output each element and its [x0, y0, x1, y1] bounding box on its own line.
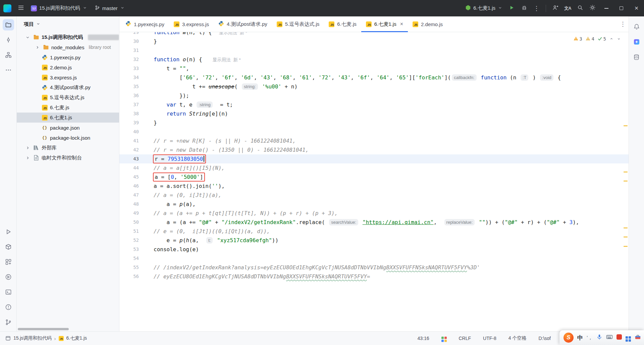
- tree-item[interactable]: JS5.逗号表达式.js: [17, 92, 119, 102]
- tree-item[interactable]: 4.测试post请求.py: [17, 82, 119, 92]
- ime-red-app-icon[interactable]: [616, 334, 622, 341]
- code-line[interactable]: 41// r = +new R[K] - (s || H) - 16612240…: [119, 136, 629, 145]
- editor-tab[interactable]: JS5.逗号表达式.js: [272, 16, 324, 32]
- chevron-right-icon[interactable]: [24, 145, 31, 150]
- editor-tab[interactable]: 1.pyexecjs.py: [121, 16, 169, 32]
- ime-toolbox-icon[interactable]: [635, 334, 641, 342]
- interpreter-path[interactable]: D:\sof: [538, 336, 551, 341]
- services-tool-icon[interactable]: [3, 256, 14, 268]
- indent-setting[interactable]: 4 个空格: [508, 335, 527, 341]
- tree-item[interactable]: 15.js调用和扣代码: [17, 32, 119, 42]
- code-line[interactable]: 34 ['66', '72', '6f', '6d', '43', '68', …: [119, 73, 629, 82]
- breadcrumb-project[interactable]: 15.js调用和扣代码: [13, 335, 52, 341]
- tree-item[interactable]: JS2.demo.js: [17, 62, 119, 72]
- tree-item[interactable]: node_moduleslibrary root: [17, 42, 119, 52]
- project-selector[interactable]: 1J 15.js调用和扣代码: [28, 3, 90, 14]
- code-line[interactable]: 56// eyEzECU8OEd1EhgKCgVcTjNUSA8dDTNbVVI…: [119, 272, 629, 281]
- editor-tab[interactable]: JS6.七麦.js: [324, 16, 361, 32]
- chevron-right-icon[interactable]: [34, 45, 41, 50]
- color-grid-indicator[interactable]: [441, 335, 447, 342]
- code-line[interactable]: 33 t = "",: [119, 64, 629, 73]
- run-configuration-selector[interactable]: 6.七麦1.js: [462, 3, 505, 14]
- chevron-right-icon[interactable]: [24, 155, 31, 160]
- branch-selector[interactable]: master: [92, 3, 128, 14]
- tab-list-menu-icon[interactable]: ⋮: [617, 20, 629, 28]
- typos-count[interactable]: 5: [598, 36, 606, 42]
- code-line[interactable]: 55// /indexV2/getIndexRank?analysis=eyEz…: [119, 263, 629, 272]
- ime-punctuation-toggle[interactable]: ’，: [587, 335, 593, 341]
- code-line[interactable]: 49// a = (a += p + t[qt][T](t[Tt], N)) +…: [119, 209, 629, 218]
- code-line[interactable]: 48 a = p(a),: [119, 200, 629, 209]
- code-line[interactable]: 32function o(n) { 显示用法 新 *: [119, 55, 629, 64]
- next-problem-icon[interactable]: [617, 37, 621, 41]
- translate-button[interactable]: 文A: [561, 3, 574, 14]
- cursor-position[interactable]: 43:16: [417, 336, 429, 341]
- problems-tool-icon[interactable]: [3, 301, 14, 313]
- structure-tool-icon[interactable]: [3, 49, 14, 61]
- warnings-count[interactable]: 3: [574, 36, 582, 42]
- search-everywhere-button[interactable]: [574, 3, 586, 14]
- code-line[interactable]: 35 t += unescape( string: '%u00' + n): [119, 82, 629, 91]
- settings-button[interactable]: [586, 3, 599, 14]
- weak-warnings-count[interactable]: 4: [586, 36, 594, 42]
- project-tool-icon[interactable]: [3, 19, 14, 30]
- line-separator[interactable]: CRLF: [459, 336, 471, 341]
- debug-button[interactable]: [518, 3, 530, 14]
- tree-item[interactable]: {}package-lock.json: [17, 133, 119, 143]
- code-line[interactable]: 46a = a.sort().join(''),: [119, 182, 629, 191]
- code-line[interactable]: 45a = [0, '5000']: [119, 172, 629, 182]
- code-line[interactable]: 40: [119, 127, 629, 136]
- code-line[interactable]: 42// r = new Date() - (1350 || 0) - 1661…: [119, 145, 629, 154]
- tree-item[interactable]: JS3.express.js: [17, 72, 119, 82]
- maximize-button[interactable]: [614, 0, 629, 16]
- code-line[interactable]: 53console.log(e): [119, 245, 629, 254]
- code-line[interactable]: 30}: [119, 37, 629, 46]
- tree-item[interactable]: JS6.七麦1.js: [17, 113, 119, 123]
- more-tools-icon[interactable]: [3, 64, 14, 76]
- editor-tab[interactable]: 4.测试post请求.py: [214, 16, 272, 32]
- close-tab-icon[interactable]: ×: [400, 21, 403, 27]
- previous-problem-icon[interactable]: [609, 37, 613, 41]
- run-button[interactable]: [505, 3, 518, 14]
- warning-stripe-mark[interactable]: [624, 171, 628, 172]
- tree-item[interactable]: 1.pyexecjs.py: [17, 52, 119, 62]
- database-tool-icon[interactable]: [631, 51, 642, 63]
- packages-tool-icon[interactable]: [3, 241, 14, 253]
- close-button[interactable]: ×: [629, 0, 644, 16]
- run-tool-icon[interactable]: [3, 226, 14, 237]
- code-line[interactable]: 36 });: [119, 91, 629, 100]
- editor-tab[interactable]: JS2.demo.js: [408, 16, 447, 32]
- code-line[interactable]: 37 var t, e :string = t;: [119, 100, 629, 109]
- code-line[interactable]: 54: [119, 254, 629, 263]
- code-editor[interactable]: 3 4 5 29function W(n, t) { 显示用法 新 *30}31…: [119, 32, 629, 331]
- ai-assistant-icon[interactable]: [631, 36, 642, 48]
- code-line[interactable]: 52 e = p(h(a, t: "xyz517cda96efgh")): [119, 236, 629, 245]
- chevron-down-icon[interactable]: [24, 35, 31, 40]
- sogou-logo-icon[interactable]: S: [564, 333, 574, 343]
- commit-tool-icon[interactable]: [3, 34, 14, 46]
- warning-stripe-mark[interactable]: [624, 125, 628, 126]
- editor-tab[interactable]: JS3.express.js: [169, 16, 214, 32]
- terminal-tool-icon[interactable]: [3, 286, 14, 298]
- warning-stripe-mark[interactable]: [624, 236, 628, 237]
- ime-keyboard-icon[interactable]: [606, 334, 613, 342]
- run-anything-icon[interactable]: [3, 271, 14, 283]
- warning-stripe-mark[interactable]: [624, 181, 628, 182]
- tree-item[interactable]: 外部库: [17, 143, 119, 153]
- code-line[interactable]: 38 return String[e](n): [119, 109, 629, 118]
- code-with-me-button[interactable]: [549, 3, 561, 14]
- code-line[interactable]: 50 a = (a += "@#" + "/indexV2/getIndexRa…: [119, 218, 629, 227]
- tree-item[interactable]: {}package.json: [17, 123, 119, 133]
- tree-item[interactable]: JS6.七麦.js: [17, 102, 119, 113]
- tree-item[interactable]: 临时文件和控制台: [17, 153, 119, 163]
- warning-stripe-mark[interactable]: [624, 246, 628, 247]
- ime-mic-icon[interactable]: [596, 334, 602, 341]
- more-actions-button[interactable]: ⋮: [530, 3, 543, 14]
- project-panel-header[interactable]: 项目: [17, 16, 119, 32]
- breadcrumb-file[interactable]: 6.七麦1.js: [66, 335, 87, 341]
- inspections-widget[interactable]: 3 4 5: [571, 35, 624, 43]
- code-line[interactable]: 44// a = a[jt]()[I5](N),: [119, 163, 629, 172]
- code-line[interactable]: 43r = 79531803050: [119, 154, 629, 163]
- code-line[interactable]: 51// e = (0, i[Jt])((0,i[Qt])(a, d)),: [119, 227, 629, 236]
- code-line[interactable]: 29function W(n, t) { 显示用法 新 *: [119, 32, 629, 37]
